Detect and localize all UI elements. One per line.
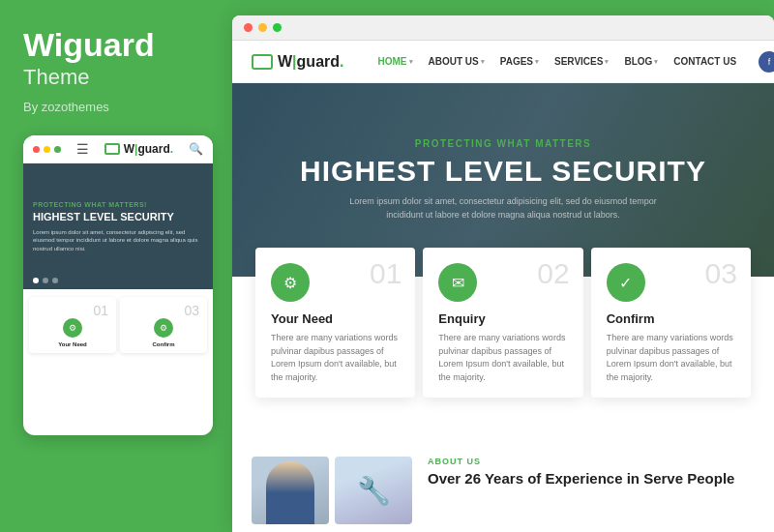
- card-3-title: Confirm: [607, 311, 735, 326]
- card-your-need: 01 ⚙ Your Need There are many variations…: [255, 248, 415, 398]
- browser-dot-red: [244, 23, 253, 32]
- nav-blog[interactable]: BLOG ▾: [617, 52, 665, 71]
- tools-illustration: 🔧: [335, 457, 412, 524]
- person-shape: [266, 461, 314, 524]
- browser-dot-yellow: [258, 23, 267, 32]
- cards-row: 01 ⚙ Your Need There are many variations…: [232, 248, 774, 398]
- brand-subtitle: Theme: [23, 65, 209, 90]
- mobile-card-1-number: 01: [33, 303, 112, 318]
- left-panel: Wiguard Theme By zozothemes ☰ W|guard. 🔍…: [0, 0, 232, 532]
- mobile-logo: W|guard.: [104, 142, 173, 156]
- nav-contact[interactable]: CONTACT US: [667, 52, 743, 71]
- about-image-tools: 🔧: [335, 457, 412, 524]
- hero-dot-3: [52, 278, 58, 283]
- nav-services[interactable]: SERVICES ▾: [548, 52, 615, 71]
- right-panel: W|guard. HOME ▾ ABOUT US ▾ PAGES ▾ SERVI…: [232, 15, 774, 532]
- hero-main-title: HIGHEST LEVEL SECURITY: [300, 155, 706, 188]
- card-1-number: 01: [370, 257, 402, 290]
- card-2-body: There are many variations words pulvinar…: [438, 332, 567, 384]
- card-confirm: 03 ✓ Confirm There are many variations w…: [591, 248, 751, 398]
- about-image-person: [252, 457, 329, 524]
- card-3-body: There are many variations words pulvinar…: [607, 332, 735, 384]
- mobile-window-dots: [33, 146, 61, 153]
- mobile-dot-red: [33, 146, 40, 153]
- mobile-hero-title: HIGHEST LEVEL SECURITY: [33, 211, 203, 223]
- mobile-dot-yellow: [44, 146, 50, 153]
- tools-icon: 🔧: [357, 475, 391, 507]
- card-1-title: Your Need: [271, 311, 400, 326]
- about-eyebrow: ABOUT US: [428, 457, 755, 466]
- mobile-hero-body: Lorem ipsum dolor sit amet, consectetur …: [33, 228, 203, 252]
- mobile-top-bar: ☰ W|guard. 🔍: [23, 135, 213, 163]
- mobile-card-1-label: Your Need: [33, 341, 112, 347]
- nav-home[interactable]: HOME ▾: [372, 52, 420, 71]
- about-images: 🔧: [252, 457, 412, 524]
- mobile-mockup: ☰ W|guard. 🔍 PROTECTING WHAT MATTERS! HI…: [23, 135, 213, 435]
- brand-author: By zozothemes: [23, 100, 209, 114]
- card-3-number: 03: [705, 257, 737, 290]
- site-logo-icon: [252, 54, 273, 70]
- mobile-card-2-number: 03: [124, 303, 203, 318]
- site-logo-text: W|guard.: [278, 53, 344, 71]
- browser-chrome-bar: [232, 15, 774, 41]
- mobile-logo-text: W|guard.: [124, 142, 173, 156]
- site-header: W|guard. HOME ▾ ABOUT US ▾ PAGES ▾ SERVI…: [232, 41, 774, 83]
- about-section: 🔧 ABOUT US Over 26 Years of Experience i…: [232, 441, 774, 532]
- card-3-icon: ✓: [607, 263, 645, 302]
- about-title: Over 26 Years of Experience in Serve Peo…: [428, 470, 755, 488]
- card-1-icon: ⚙: [271, 263, 310, 302]
- hero-dot-1: [33, 278, 39, 283]
- mobile-cards-row: 01 ⚙ Your Need 03 ⚙ Confirm: [23, 289, 213, 357]
- person-illustration: [252, 457, 329, 524]
- hero-dot-2: [43, 278, 48, 283]
- hero-body-text: Lorem ipsum dolor sit amet, consectetur …: [339, 195, 668, 222]
- mobile-logo-shield-icon: [104, 143, 120, 155]
- brand-title: Wiguard: [23, 27, 209, 63]
- card-1-body: There are many variations words pulvinar…: [271, 332, 400, 384]
- mobile-card-2-icon: ⚙: [154, 318, 173, 338]
- browser-dot-green: [273, 23, 282, 32]
- hero-eyebrow-text: PROTECTING WHAT MATTERS: [415, 138, 591, 149]
- mobile-search-icon: 🔍: [189, 142, 203, 156]
- site-logo: W|guard.: [252, 53, 344, 71]
- mobile-card-2-label: Confirm: [124, 341, 203, 347]
- nav-pages[interactable]: PAGES ▾: [493, 52, 546, 71]
- mobile-hero: PROTECTING WHAT MATTERS! HIGHEST LEVEL S…: [23, 163, 213, 289]
- site-social-links: f t in p: [759, 51, 774, 73]
- facebook-button[interactable]: f: [759, 51, 774, 73]
- mobile-dot-green: [54, 146, 61, 153]
- mobile-card-1: 01 ⚙ Your Need: [29, 297, 116, 353]
- mobile-hero-eyebrow: PROTECTING WHAT MATTERS!: [33, 201, 203, 208]
- nav-about[interactable]: ABOUT US ▾: [422, 52, 491, 71]
- card-2-number: 02: [537, 257, 569, 290]
- mobile-hamburger-icon: ☰: [76, 141, 89, 157]
- card-2-icon: ✉: [438, 263, 477, 302]
- card-enquiry: 02 ✉ Enquiry There are many variations w…: [423, 248, 582, 398]
- mobile-card-2: 03 ⚙ Confirm: [120, 297, 207, 353]
- mobile-card-1-icon: ⚙: [63, 318, 82, 338]
- about-text-area: ABOUT US Over 26 Years of Experience in …: [428, 457, 755, 488]
- mobile-hero-slider-dots: [33, 278, 58, 283]
- site-nav: HOME ▾ ABOUT US ▾ PAGES ▾ SERVICES ▾ BLO…: [372, 52, 744, 71]
- card-2-title: Enquiry: [438, 311, 567, 326]
